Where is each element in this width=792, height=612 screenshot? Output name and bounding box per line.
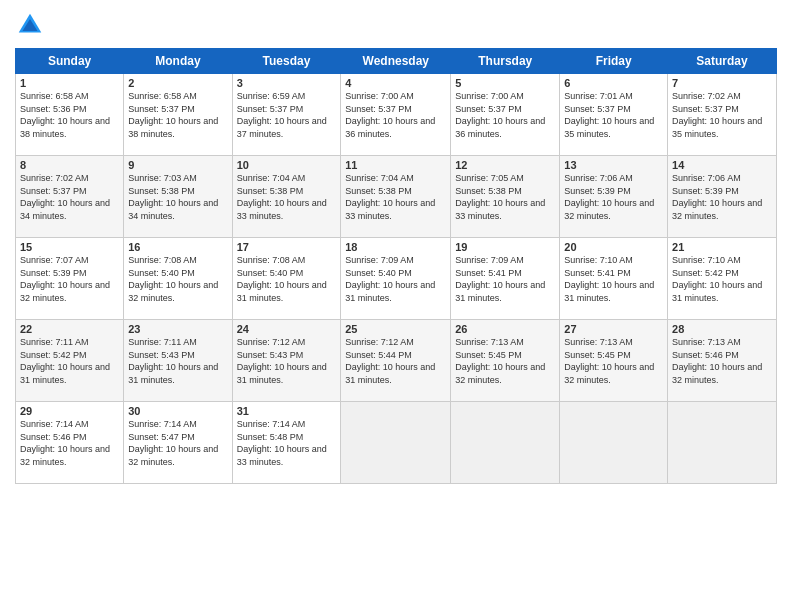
day-info: Sunrise: 6:58 AMSunset: 5:36 PMDaylight:… [20, 90, 119, 140]
day-info: Sunrise: 7:01 AMSunset: 5:37 PMDaylight:… [564, 90, 663, 140]
day-info: Sunrise: 7:12 AMSunset: 5:43 PMDaylight:… [237, 336, 337, 386]
day-info: Sunrise: 6:58 AMSunset: 5:37 PMDaylight:… [128, 90, 227, 140]
day-number: 30 [128, 405, 227, 417]
empty-cell [668, 402, 777, 484]
calendar-header-row: SundayMondayTuesdayWednesdayThursdayFrid… [16, 49, 777, 74]
day-number: 6 [564, 77, 663, 89]
col-header-saturday: Saturday [668, 49, 777, 74]
day-info: Sunrise: 7:14 AMSunset: 5:47 PMDaylight:… [128, 418, 227, 468]
logo [15, 10, 49, 40]
calendar-day-26: 26Sunrise: 7:13 AMSunset: 5:45 PMDayligh… [451, 320, 560, 402]
calendar-week-4: 22Sunrise: 7:11 AMSunset: 5:42 PMDayligh… [16, 320, 777, 402]
day-number: 4 [345, 77, 446, 89]
calendar-day-16: 16Sunrise: 7:08 AMSunset: 5:40 PMDayligh… [124, 238, 232, 320]
calendar-day-14: 14Sunrise: 7:06 AMSunset: 5:39 PMDayligh… [668, 156, 777, 238]
calendar-week-2: 8Sunrise: 7:02 AMSunset: 5:37 PMDaylight… [16, 156, 777, 238]
calendar-day-18: 18Sunrise: 7:09 AMSunset: 5:40 PMDayligh… [341, 238, 451, 320]
day-info: Sunrise: 7:14 AMSunset: 5:48 PMDaylight:… [237, 418, 337, 468]
logo-icon [15, 10, 45, 40]
calendar-day-23: 23Sunrise: 7:11 AMSunset: 5:43 PMDayligh… [124, 320, 232, 402]
day-info: Sunrise: 7:00 AMSunset: 5:37 PMDaylight:… [345, 90, 446, 140]
day-info: Sunrise: 7:05 AMSunset: 5:38 PMDaylight:… [455, 172, 555, 222]
calendar-week-5: 29Sunrise: 7:14 AMSunset: 5:46 PMDayligh… [16, 402, 777, 484]
empty-cell [451, 402, 560, 484]
day-info: Sunrise: 7:11 AMSunset: 5:43 PMDaylight:… [128, 336, 227, 386]
empty-cell [341, 402, 451, 484]
calendar-day-28: 28Sunrise: 7:13 AMSunset: 5:46 PMDayligh… [668, 320, 777, 402]
day-number: 27 [564, 323, 663, 335]
calendar-day-3: 3Sunrise: 6:59 AMSunset: 5:37 PMDaylight… [232, 74, 341, 156]
calendar-day-9: 9Sunrise: 7:03 AMSunset: 5:38 PMDaylight… [124, 156, 232, 238]
day-info: Sunrise: 7:03 AMSunset: 5:38 PMDaylight:… [128, 172, 227, 222]
calendar-day-5: 5Sunrise: 7:00 AMSunset: 5:37 PMDaylight… [451, 74, 560, 156]
col-header-tuesday: Tuesday [232, 49, 341, 74]
calendar-table: SundayMondayTuesdayWednesdayThursdayFrid… [15, 48, 777, 484]
day-number: 14 [672, 159, 772, 171]
day-number: 19 [455, 241, 555, 253]
day-info: Sunrise: 7:10 AMSunset: 5:42 PMDaylight:… [672, 254, 772, 304]
day-number: 3 [237, 77, 337, 89]
col-header-wednesday: Wednesday [341, 49, 451, 74]
day-number: 21 [672, 241, 772, 253]
col-header-sunday: Sunday [16, 49, 124, 74]
calendar-day-6: 6Sunrise: 7:01 AMSunset: 5:37 PMDaylight… [560, 74, 668, 156]
day-number: 26 [455, 323, 555, 335]
col-header-friday: Friday [560, 49, 668, 74]
calendar-day-31: 31Sunrise: 7:14 AMSunset: 5:48 PMDayligh… [232, 402, 341, 484]
day-info: Sunrise: 7:02 AMSunset: 5:37 PMDaylight:… [672, 90, 772, 140]
day-info: Sunrise: 7:13 AMSunset: 5:45 PMDaylight:… [564, 336, 663, 386]
calendar-day-24: 24Sunrise: 7:12 AMSunset: 5:43 PMDayligh… [232, 320, 341, 402]
day-info: Sunrise: 7:02 AMSunset: 5:37 PMDaylight:… [20, 172, 119, 222]
calendar-day-29: 29Sunrise: 7:14 AMSunset: 5:46 PMDayligh… [16, 402, 124, 484]
calendar-day-20: 20Sunrise: 7:10 AMSunset: 5:41 PMDayligh… [560, 238, 668, 320]
calendar-day-13: 13Sunrise: 7:06 AMSunset: 5:39 PMDayligh… [560, 156, 668, 238]
day-info: Sunrise: 7:13 AMSunset: 5:46 PMDaylight:… [672, 336, 772, 386]
day-number: 13 [564, 159, 663, 171]
day-info: Sunrise: 7:08 AMSunset: 5:40 PMDaylight:… [128, 254, 227, 304]
day-number: 5 [455, 77, 555, 89]
day-info: Sunrise: 7:06 AMSunset: 5:39 PMDaylight:… [672, 172, 772, 222]
empty-cell [560, 402, 668, 484]
day-number: 28 [672, 323, 772, 335]
day-number: 16 [128, 241, 227, 253]
calendar-day-25: 25Sunrise: 7:12 AMSunset: 5:44 PMDayligh… [341, 320, 451, 402]
day-info: Sunrise: 7:04 AMSunset: 5:38 PMDaylight:… [237, 172, 337, 222]
day-info: Sunrise: 7:06 AMSunset: 5:39 PMDaylight:… [564, 172, 663, 222]
day-info: Sunrise: 7:10 AMSunset: 5:41 PMDaylight:… [564, 254, 663, 304]
day-info: Sunrise: 7:12 AMSunset: 5:44 PMDaylight:… [345, 336, 446, 386]
calendar-day-10: 10Sunrise: 7:04 AMSunset: 5:38 PMDayligh… [232, 156, 341, 238]
calendar-day-8: 8Sunrise: 7:02 AMSunset: 5:37 PMDaylight… [16, 156, 124, 238]
calendar-day-1: 1Sunrise: 6:58 AMSunset: 5:36 PMDaylight… [16, 74, 124, 156]
day-number: 29 [20, 405, 119, 417]
day-number: 10 [237, 159, 337, 171]
day-number: 17 [237, 241, 337, 253]
day-info: Sunrise: 7:09 AMSunset: 5:40 PMDaylight:… [345, 254, 446, 304]
day-info: Sunrise: 6:59 AMSunset: 5:37 PMDaylight:… [237, 90, 337, 140]
day-number: 23 [128, 323, 227, 335]
day-info: Sunrise: 7:00 AMSunset: 5:37 PMDaylight:… [455, 90, 555, 140]
header [15, 10, 777, 40]
day-info: Sunrise: 7:07 AMSunset: 5:39 PMDaylight:… [20, 254, 119, 304]
day-number: 2 [128, 77, 227, 89]
col-header-thursday: Thursday [451, 49, 560, 74]
calendar-day-22: 22Sunrise: 7:11 AMSunset: 5:42 PMDayligh… [16, 320, 124, 402]
day-number: 18 [345, 241, 446, 253]
day-info: Sunrise: 7:11 AMSunset: 5:42 PMDaylight:… [20, 336, 119, 386]
calendar-day-21: 21Sunrise: 7:10 AMSunset: 5:42 PMDayligh… [668, 238, 777, 320]
col-header-monday: Monday [124, 49, 232, 74]
day-number: 12 [455, 159, 555, 171]
calendar-day-11: 11Sunrise: 7:04 AMSunset: 5:38 PMDayligh… [341, 156, 451, 238]
day-info: Sunrise: 7:14 AMSunset: 5:46 PMDaylight:… [20, 418, 119, 468]
calendar-day-27: 27Sunrise: 7:13 AMSunset: 5:45 PMDayligh… [560, 320, 668, 402]
calendar-day-7: 7Sunrise: 7:02 AMSunset: 5:37 PMDaylight… [668, 74, 777, 156]
day-number: 11 [345, 159, 446, 171]
day-number: 22 [20, 323, 119, 335]
day-number: 24 [237, 323, 337, 335]
day-number: 9 [128, 159, 227, 171]
calendar-day-2: 2Sunrise: 6:58 AMSunset: 5:37 PMDaylight… [124, 74, 232, 156]
day-number: 31 [237, 405, 337, 417]
calendar-day-12: 12Sunrise: 7:05 AMSunset: 5:38 PMDayligh… [451, 156, 560, 238]
day-info: Sunrise: 7:13 AMSunset: 5:45 PMDaylight:… [455, 336, 555, 386]
calendar-week-1: 1Sunrise: 6:58 AMSunset: 5:36 PMDaylight… [16, 74, 777, 156]
day-number: 1 [20, 77, 119, 89]
